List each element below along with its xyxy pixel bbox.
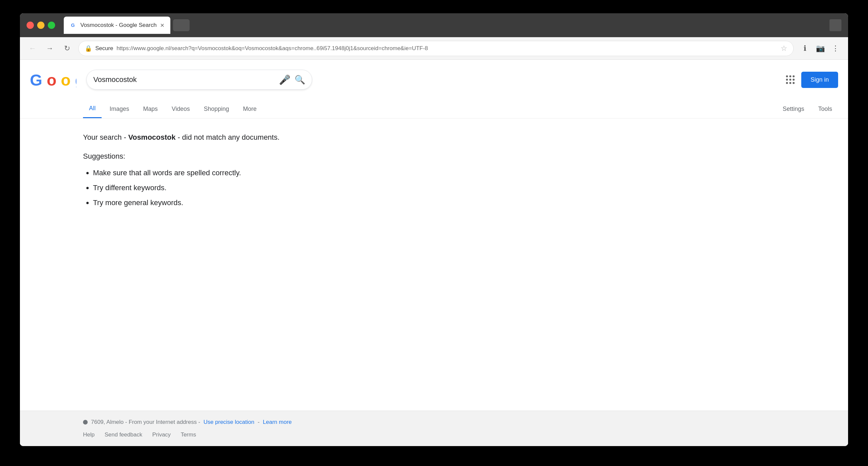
suggestion-item: Make sure that all words are spelled cor… (93, 167, 838, 178)
secure-label: Secure (95, 45, 113, 52)
apps-dot (789, 79, 791, 81)
tab-videos[interactable]: Videos (166, 100, 196, 118)
apps-dot (789, 75, 791, 77)
apps-dot (786, 79, 788, 81)
help-link[interactable]: Help (83, 431, 95, 438)
address-bar-input-wrap[interactable]: 🔒 Secure https://www.google.nl/search?q=… (79, 41, 794, 56)
lock-icon: 🔒 (85, 45, 92, 52)
svg-text:G
            o
            o
: G o o g l e (30, 71, 76, 89)
traffic-lights (27, 22, 55, 29)
address-bar: ← → ↻ 🔒 Secure https://www.google.nl/sea… (20, 37, 848, 60)
forward-button[interactable]: → (44, 42, 56, 55)
learn-more-link[interactable]: Learn more (263, 419, 292, 426)
bookmark-star-icon[interactable]: ☆ (781, 44, 787, 53)
maximize-button[interactable] (48, 22, 55, 29)
tab-close-button[interactable]: ✕ (160, 22, 164, 29)
footer-separator: - (258, 419, 260, 426)
apps-dot (793, 82, 795, 84)
address-url[interactable]: https://www.google.nl/search?q=Vosmocost… (117, 45, 777, 52)
search-submit-icon[interactable]: 🔍 (294, 75, 305, 85)
refresh-icon: ↻ (64, 44, 70, 53)
user-info-button[interactable]: ℹ (799, 42, 811, 55)
camera-button[interactable]: 📷 (814, 42, 826, 55)
apps-dot (789, 82, 791, 84)
tab-all[interactable]: All (83, 100, 102, 118)
google-apps-button[interactable] (786, 75, 795, 84)
back-button[interactable]: ← (27, 42, 38, 55)
suggestion-item: Try different keywords. (93, 182, 838, 193)
minimize-button[interactable] (37, 22, 44, 29)
google-logo[interactable]: G o o g l e (30, 66, 76, 93)
microphone-icon[interactable]: 🎤 (279, 74, 290, 85)
no-results-query: Vosmocostok (128, 133, 176, 141)
tab-more[interactable]: More (237, 100, 263, 118)
browser-window: G Vosmocostok - Google Search ✕ ← → ↻ 🔒 … (20, 13, 848, 446)
tab-title: Vosmocostok - Google Search (80, 22, 157, 29)
tab-shopping[interactable]: Shopping (198, 100, 235, 118)
tab-images[interactable]: Images (103, 100, 135, 118)
google-footer: 7609, Almelo - From your Internet addres… (20, 410, 848, 446)
use-precise-location-link[interactable]: Use precise location (204, 419, 254, 426)
refresh-button[interactable]: ↻ (61, 42, 73, 55)
tab-area: G Vosmocostok - Google Search ✕ (64, 16, 824, 34)
suggestions-list: Make sure that all words are spelled cor… (83, 167, 838, 208)
header-right-actions: Sign in (786, 72, 838, 88)
terms-link[interactable]: Terms (181, 431, 196, 438)
privacy-link[interactable]: Privacy (152, 431, 171, 438)
search-results-area: Your search - Vosmocostok - did not matc… (20, 119, 848, 410)
footer-links: Help Send feedback Privacy Terms (30, 431, 838, 438)
back-icon: ← (29, 44, 36, 53)
send-feedback-link[interactable]: Send feedback (104, 431, 142, 438)
suggestions-title: Suggestions: (83, 152, 838, 161)
search-navigation: All Images Maps Videos Shopping More Set… (20, 100, 848, 119)
tab-settings[interactable]: Settings (777, 100, 810, 118)
location-dot-icon (83, 420, 88, 425)
tab-maps[interactable]: Maps (137, 100, 164, 118)
tab-tools[interactable]: Tools (812, 100, 838, 118)
apps-dot (793, 79, 795, 81)
address-bar-actions: ℹ 📷 ⋮ (799, 42, 841, 55)
search-input[interactable] (93, 75, 275, 84)
svg-text:G: G (71, 23, 75, 28)
location-text: 7609, Almelo - From your Internet addres… (91, 419, 200, 426)
suggestion-item: Try more general keywords. (93, 197, 838, 208)
apps-dot (786, 82, 788, 84)
apps-dot (786, 75, 788, 77)
more-options-button[interactable]: ⋮ (830, 42, 841, 55)
window-controls (830, 19, 841, 31)
title-bar: G Vosmocostok - Google Search ✕ (20, 13, 848, 37)
apps-dot (793, 75, 795, 77)
sign-in-button[interactable]: Sign in (801, 72, 838, 88)
active-tab[interactable]: G Vosmocostok - Google Search ✕ (64, 16, 170, 34)
no-results-prefix: Your search - (83, 133, 128, 141)
no-results-suffix: - did not match any documents. (176, 133, 280, 141)
footer-location: 7609, Almelo - From your Internet addres… (30, 419, 838, 426)
tab-favicon: G (70, 22, 77, 29)
google-page: G o o g l e 🎤 🔍 (20, 60, 848, 446)
google-logo-svg: G o o g l e (30, 66, 76, 93)
close-button[interactable] (27, 22, 34, 29)
no-results-message: Your search - Vosmocostok - did not matc… (83, 132, 838, 143)
google-header: G o o g l e 🎤 🔍 (20, 60, 848, 100)
new-tab-button[interactable] (173, 19, 190, 31)
search-box[interactable]: 🎤 🔍 (86, 70, 312, 90)
forward-icon: → (46, 44, 54, 53)
window-control-button[interactable] (830, 19, 841, 31)
